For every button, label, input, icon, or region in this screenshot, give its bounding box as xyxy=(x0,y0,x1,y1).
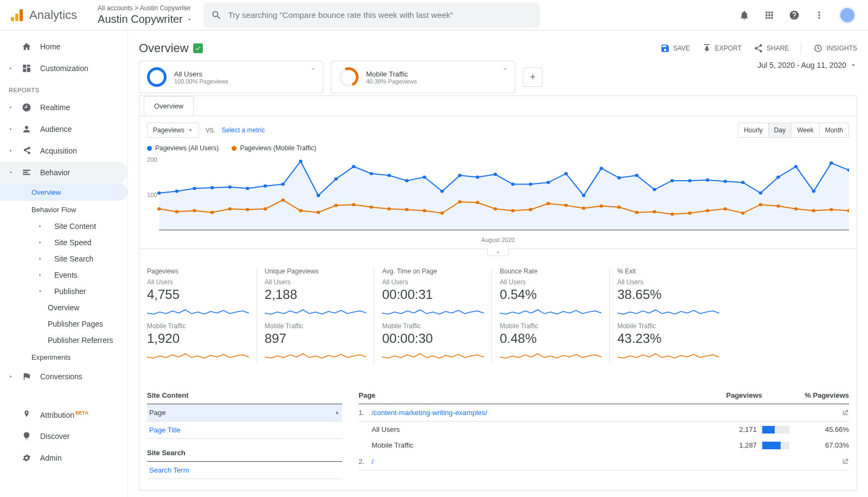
page-row-segment: All Users2,171 45.66% xyxy=(359,422,849,437)
gear-icon xyxy=(22,453,31,463)
svg-point-21 xyxy=(441,190,444,193)
nav-publisher-referrers[interactable]: Publisher Referrers xyxy=(0,332,127,348)
metric-1[interactable]: Unique Pageviews All Users 2,188 Mobile … xyxy=(257,267,374,364)
tab-overview[interactable]: Overview xyxy=(144,96,194,116)
open-icon[interactable] xyxy=(841,409,849,417)
svg-point-37 xyxy=(723,180,727,183)
vs-label: VS. xyxy=(206,127,215,133)
svg-point-64 xyxy=(494,207,497,211)
svg-point-33 xyxy=(653,188,656,191)
dimension-page[interactable]: Page xyxy=(147,404,342,422)
nav-conversions[interactable]: Conversions xyxy=(0,366,127,387)
insights-icon xyxy=(813,43,823,53)
grain-day[interactable]: Day xyxy=(768,123,791,137)
add-segment-button[interactable]: + xyxy=(523,67,542,87)
caret-down-icon xyxy=(188,128,193,133)
svg-point-39 xyxy=(759,192,763,195)
page-row[interactable]: 2. / xyxy=(359,453,849,470)
chevron-down-icon xyxy=(501,65,509,73)
svg-point-7 xyxy=(193,187,196,190)
nav-publisher-overview[interactable]: Overview xyxy=(0,300,127,316)
col-page: Page xyxy=(359,391,703,399)
legend-mobile: Pageviews (Mobile Traffic) xyxy=(232,144,316,152)
segment-ring-icon xyxy=(336,65,361,90)
metric-3[interactable]: Bounce Rate All Users 0.54% Mobile Traff… xyxy=(492,267,609,364)
share-button[interactable]: SHARE xyxy=(754,43,789,53)
nav-customization[interactable]: Customization xyxy=(0,58,127,79)
metric-2[interactable]: Avg. Time on Page All Users 00:00:31 Mob… xyxy=(374,267,492,364)
nav-behavior[interactable]: Behavior xyxy=(0,162,127,183)
nav-experiments[interactable]: Experiments xyxy=(0,348,127,366)
search-bar[interactable] xyxy=(203,3,540,28)
nav-home[interactable]: Home xyxy=(0,36,127,58)
svg-point-68 xyxy=(564,204,568,207)
nav-publisher[interactable]: Publisher xyxy=(0,283,127,300)
svg-point-35 xyxy=(688,179,692,182)
page-row[interactable]: 1. /content-marketing-writing-examples/ xyxy=(359,404,849,422)
app-name: Analytics xyxy=(29,8,77,22)
svg-point-24 xyxy=(494,173,497,176)
export-button[interactable]: EXPORT xyxy=(702,43,742,53)
legend-all-users: Pageviews (All Users) xyxy=(147,144,219,152)
svg-point-30 xyxy=(599,167,603,170)
svg-point-26 xyxy=(529,183,533,186)
grain-week[interactable]: Week xyxy=(791,123,819,137)
metric-selector[interactable]: Pageviews xyxy=(147,123,199,138)
date-range-picker[interactable]: Jul 5, 2020 - Aug 11, 2020 xyxy=(758,61,857,69)
svg-point-76 xyxy=(706,209,710,212)
svg-point-41 xyxy=(794,165,798,168)
chevron-down-icon xyxy=(9,170,13,175)
segment-mobile-traffic[interactable]: Mobile Traffic40.38% Pageviews xyxy=(331,61,515,93)
svg-point-5 xyxy=(157,192,161,195)
svg-point-77 xyxy=(723,207,727,211)
dimension-search-term[interactable]: Search Term xyxy=(147,462,342,479)
nav-realtime[interactable]: Realtime xyxy=(0,97,127,118)
segment-all-users[interactable]: All Users100.00% Pageviews xyxy=(139,61,323,93)
help-icon[interactable] xyxy=(789,10,800,21)
metric-4[interactable]: % Exit All Users 38.65% Mobile Traffic 4… xyxy=(609,267,727,364)
apps-icon[interactable] xyxy=(764,10,775,21)
svg-point-65 xyxy=(511,209,515,212)
flag-icon xyxy=(22,372,31,381)
svg-point-15 xyxy=(334,177,338,181)
nav-events[interactable]: Events xyxy=(0,267,127,283)
svg-point-28 xyxy=(564,172,568,175)
nav-site-search[interactable]: Site Search xyxy=(0,251,127,267)
dimension-page-title[interactable]: Page Title xyxy=(147,422,342,439)
verified-badge-icon xyxy=(193,43,203,53)
user-avatar[interactable] xyxy=(839,7,856,24)
metric-0[interactable]: Pageviews All Users 4,755 Mobile Traffic… xyxy=(147,267,257,364)
expand-chart-button[interactable] xyxy=(487,248,509,256)
bell-icon[interactable] xyxy=(739,10,750,21)
nav-behavior-flow[interactable]: Behavior Flow xyxy=(0,201,127,218)
grain-hourly[interactable]: Hourly xyxy=(738,123,768,137)
nav-admin[interactable]: Admin xyxy=(0,447,127,469)
download-icon xyxy=(702,43,712,53)
save-button[interactable]: SAVE xyxy=(660,43,690,53)
svg-point-19 xyxy=(405,179,409,182)
more-vert-icon[interactable] xyxy=(814,10,825,21)
nav-attribution[interactable]: AttributionBETA xyxy=(0,404,127,425)
nav-behavior-overview[interactable]: Overview xyxy=(0,183,127,201)
nav-acquisition[interactable]: Acquisition xyxy=(0,140,127,162)
svg-point-57 xyxy=(369,206,373,209)
svg-point-80 xyxy=(776,205,780,208)
insights-button[interactable]: INSIGHTS xyxy=(813,43,857,53)
nav-site-speed[interactable]: Site Speed xyxy=(0,234,127,251)
property-selector[interactable]: All accounts > Austin Copywriter Austin … xyxy=(98,4,193,26)
chevron-right-icon xyxy=(38,240,42,245)
segment-ring-icon xyxy=(147,67,167,87)
chevron-right-icon xyxy=(9,127,13,131)
nav-publisher-pages[interactable]: Publisher Pages xyxy=(0,316,127,332)
svg-point-22 xyxy=(458,174,462,177)
nav-site-content[interactable]: Site Content xyxy=(0,218,127,234)
nav-discover[interactable]: Discover xyxy=(0,425,127,447)
home-icon xyxy=(22,42,31,52)
grain-month[interactable]: Month xyxy=(819,123,848,137)
svg-point-74 xyxy=(671,213,674,216)
open-icon[interactable] xyxy=(841,458,849,466)
bulb-icon xyxy=(22,431,31,441)
select-metric-link[interactable]: Select a metric xyxy=(222,126,265,134)
nav-audience[interactable]: Audience xyxy=(0,118,127,140)
search-input[interactable] xyxy=(228,10,532,20)
